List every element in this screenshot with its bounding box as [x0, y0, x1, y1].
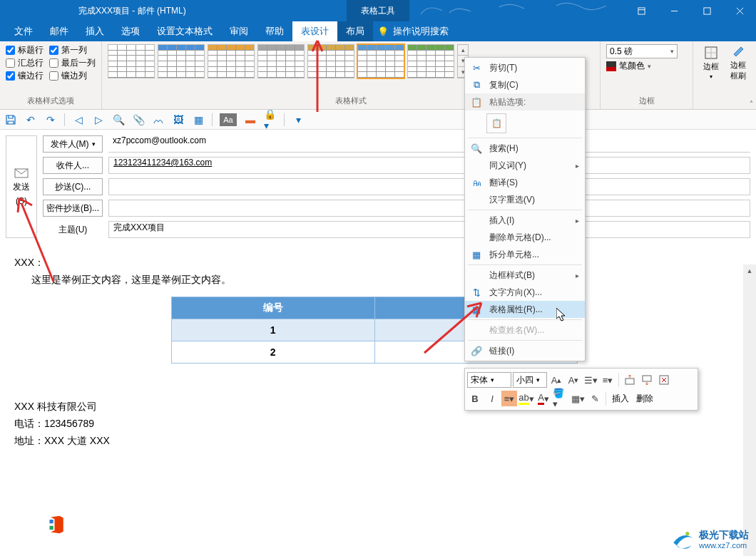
mini-insert-below-icon[interactable]	[639, 372, 655, 388]
mini-highlight-icon[interactable]: ab▾	[519, 391, 534, 406]
style-thumb-gray[interactable]	[257, 44, 305, 78]
chk-banded-rows[interactable]: 镶边行	[6, 70, 44, 82]
ctx-split-cells[interactable]: ▦拆分单元格...	[465, 246, 585, 263]
subject-field[interactable]: 完成XXX项目	[108, 221, 750, 238]
save-icon[interactable]	[4, 113, 17, 126]
bcc-button[interactable]: 密件抄送(B)...	[43, 200, 103, 217]
next-icon[interactable]: ▷	[92, 113, 105, 126]
tab-layout[interactable]: 布局	[337, 21, 373, 41]
minimize-button[interactable]	[658, 0, 690, 21]
mini-delete-table-icon[interactable]	[656, 372, 672, 388]
tab-help[interactable]: 帮助	[257, 21, 292, 41]
td-num-1[interactable]: 1	[172, 319, 375, 341]
tab-format[interactable]: 设置文本格式	[148, 21, 221, 41]
from-button[interactable]: 发件人(M)	[43, 135, 103, 153]
ctx-synonyms[interactable]: 同义词(Y)▸	[465, 157, 585, 174]
mini-borders-icon[interactable]: ▦▾	[570, 391, 586, 406]
table-properties-icon: ▦	[471, 304, 482, 315]
td-num-2[interactable]: 2	[172, 341, 375, 364]
border-weight-combo[interactable]: 0.5 磅▾	[606, 44, 678, 58]
style-thumb-orange[interactable]	[208, 44, 255, 78]
ctx-text-direction[interactable]: ⇅文字方向(X)...	[465, 284, 585, 301]
style-thumb-gold[interactable]	[307, 44, 354, 78]
font-aa-icon[interactable]: Aa	[220, 113, 237, 126]
cc-button[interactable]: 抄送(C)...	[43, 178, 103, 195]
ctx-link[interactable]: 🔗链接(I)	[465, 342, 585, 359]
ctx-border-styles[interactable]: 边框样式(B)▸	[465, 267, 585, 284]
scroll-up-icon[interactable]: ▲	[743, 264, 756, 277]
permissions-icon[interactable]: 🔒▾	[264, 113, 277, 126]
signature-icon[interactable]	[152, 113, 165, 126]
ribbon-collapse-button[interactable]: ˄	[750, 100, 753, 108]
tab-options[interactable]: 选项	[113, 21, 148, 41]
style-thumb-green[interactable]	[407, 44, 454, 78]
ctx-delete-cells[interactable]: 删除单元格(D)...	[465, 229, 585, 246]
chk-last-col[interactable]: 最后一列	[49, 57, 96, 69]
mini-shading-icon[interactable]: 🪣▾	[553, 391, 568, 406]
group-borders: 0.5 磅▾ 笔颜色 ▾ 边框	[601, 41, 693, 109]
pen-color-label[interactable]: 笔颜色	[619, 60, 645, 72]
ctx-copy[interactable]: ⧉复制(C)	[465, 76, 585, 93]
chk-banded-cols[interactable]: 镶边列	[49, 70, 87, 82]
chk-total-row[interactable]: 汇总行	[6, 57, 44, 69]
mini-insert-above-icon[interactable]	[622, 372, 638, 388]
send-button[interactable]: 发送 (S)	[6, 135, 37, 238]
cc-field[interactable]	[108, 178, 750, 195]
to-field[interactable]: 123123411234@163.com	[108, 157, 750, 174]
tab-file[interactable]: 文件	[6, 21, 41, 41]
mini-styles-icon[interactable]: ✎	[587, 391, 603, 406]
message-body[interactable]: XXX： 这里是举例正文内容，这里是举例正文内容。 编号姓名 1郑七 2韩十 X…	[0, 244, 756, 460]
mini-italic-icon[interactable]: I	[484, 391, 500, 406]
th-num[interactable]: 编号	[172, 297, 375, 319]
ctx-check-name[interactable]: 检查姓名(W)...	[465, 321, 585, 339]
tab-review[interactable]: 审阅	[221, 21, 257, 41]
close-button[interactable]	[723, 0, 756, 21]
ribbon-display-button[interactable]	[625, 0, 658, 21]
vertical-scrollbar[interactable]: ▲	[743, 264, 756, 556]
mini-numbering-icon[interactable]: ≡▾	[600, 372, 615, 388]
tell-me[interactable]: 💡 操作说明搜索	[377, 25, 449, 38]
picture-icon[interactable]: 🖼	[172, 113, 185, 126]
border-painter-button[interactable]: 边框 框刷	[726, 44, 750, 81]
ctx-search[interactable]: 🔍搜索(H)	[465, 140, 585, 157]
mini-align-icon[interactable]: ≡▾	[501, 391, 517, 406]
mini-insert-label[interactable]: 插入	[609, 393, 632, 405]
ctx-reselect[interactable]: 汉字重选(V)	[465, 191, 585, 208]
mini-shrink-font-icon[interactable]: A▾	[566, 372, 581, 388]
svg-rect-5	[643, 376, 651, 381]
mini-grow-font-icon[interactable]: A▴	[548, 372, 564, 388]
maximize-button[interactable]	[690, 0, 723, 21]
mini-bullets-icon[interactable]: ☰▾	[583, 372, 598, 388]
previous-icon[interactable]: ◁	[72, 113, 85, 126]
ctx-cut[interactable]: ✂剪切(T)	[465, 59, 585, 76]
mini-size-combo[interactable]: 小四 ▾	[513, 372, 547, 388]
style-thumb-blue[interactable]	[158, 44, 205, 78]
chk-header-row[interactable]: 标题行	[6, 44, 44, 56]
ctx-insert[interactable]: 插入(I)▸	[465, 212, 585, 229]
group-border-buttons: 边框▾ 边框 框刷	[693, 41, 756, 109]
tab-mail[interactable]: 邮件	[41, 21, 77, 41]
ctx-paste-option-keep[interactable]: 📋	[465, 110, 585, 136]
mini-delete-label[interactable]: 删除	[633, 393, 656, 405]
customize-qat-icon[interactable]: ▾	[292, 113, 305, 126]
mini-font-combo[interactable]: 宋体 ▾	[467, 372, 511, 388]
zoom-icon[interactable]: 🔍	[112, 113, 125, 126]
undo-icon[interactable]: ↶	[24, 113, 37, 126]
ctx-translate[interactable]: 🗛翻译(S)	[465, 174, 585, 191]
sig-phone: 电话：123456789	[14, 418, 742, 431]
redo-icon[interactable]: ↷	[44, 113, 57, 126]
to-button[interactable]: 收件人...	[43, 157, 103, 174]
highlight-icon[interactable]: ▬	[244, 113, 257, 126]
tab-table-design[interactable]: 表设计	[292, 21, 337, 41]
mini-bold-icon[interactable]: B	[467, 391, 483, 406]
chk-first-col[interactable]: 第一列	[49, 44, 87, 56]
style-thumb-plain[interactable]	[108, 44, 155, 78]
table-icon[interactable]: ▦	[192, 113, 205, 126]
attach-icon[interactable]: 📎	[132, 113, 145, 126]
mini-font-color-icon[interactable]: A▾	[536, 391, 551, 406]
bcc-field[interactable]	[108, 200, 750, 217]
borders-button[interactable]: 边框▾	[699, 44, 723, 81]
style-thumb-blue2[interactable]	[357, 44, 404, 78]
cut-icon: ✂	[471, 62, 482, 73]
tab-insert[interactable]: 插入	[77, 21, 113, 41]
